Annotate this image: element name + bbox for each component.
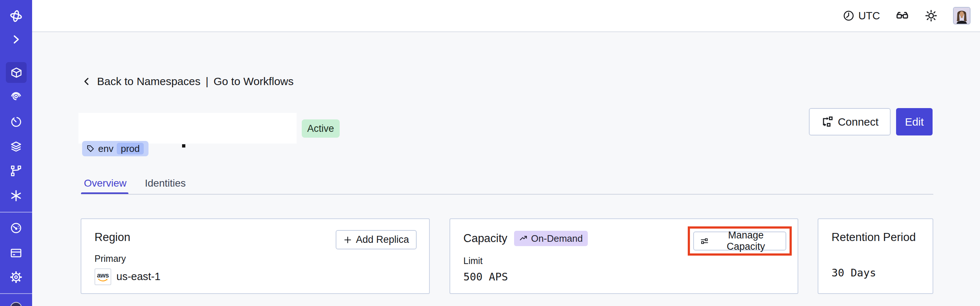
sidebar-item-workflows[interactable] [10,90,22,102]
sidebar-item-namespaces[interactable] [6,62,27,83]
retention-card-title: Retention Period [832,231,920,244]
theme-brightness-icon[interactable] [924,9,938,22]
breadcrumb-workflows-link[interactable]: Go to Workflows [213,75,294,88]
sidebar-divider [0,212,32,212]
topbar: UTC [32,0,980,32]
usage-gauge-icon [10,222,22,234]
region-value: us-east-1 [116,271,161,283]
namespaces-cube-icon [10,67,22,79]
manage-capacity-label: Manage Capacity [713,230,780,252]
aws-smile-icon [98,279,108,282]
redaction-artifact-dot [182,144,185,148]
timezone-label: UTC [858,10,880,22]
profile-avatar-partial-icon[interactable] [10,302,22,306]
connect-flow-icon [821,116,833,128]
breadcrumb: Back to Namespaces | Go to Workflows [82,75,294,88]
batch-layers-icon [10,140,22,153]
status-badge: Active [302,120,340,138]
nexus-asterisk-icon [10,190,22,202]
retention-value: 30 Days [832,266,920,279]
edit-button-label: Edit [905,116,924,128]
add-replica-button[interactable]: Add Replica [336,230,417,249]
sidebar-item-settings[interactable] [10,271,22,284]
sidebar-item-billing[interactable] [10,247,22,259]
tabs-divider-rule [81,194,933,194]
plus-icon [343,236,352,244]
sidebar-expand-chevron-icon[interactable] [11,34,21,45]
on-demand-label: On-Demand [531,233,583,244]
labs-glasses-icon[interactable] [896,9,909,22]
deployments-branch-icon [10,165,22,177]
capacity-limit-value: 500 APS [463,271,784,283]
retention-card: Retention Period 30 Days [818,218,933,294]
tag-key: env [98,143,113,155]
namespace-tag-chip: env prod [82,141,148,156]
tag-icon [86,144,95,153]
sliders-icon [700,236,709,246]
sidebar-divider-bottom [0,293,32,294]
clock-icon [843,10,854,22]
connect-button-label: Connect [838,116,878,128]
trending-up-icon [519,234,528,243]
aws-logo: aws [94,268,111,285]
back-chevron-icon[interactable] [82,76,92,86]
user-avatar[interactable] [953,7,970,24]
sidebar-item-batch-operations[interactable] [10,140,22,153]
namespace-name-redacted [78,113,297,143]
on-demand-badge: On-Demand [514,231,588,246]
sidebar-item-deployments[interactable] [10,165,22,177]
sidebar-item-usage[interactable] [10,222,22,234]
tag-value: prod [117,143,144,155]
capacity-card: Capacity On-Demand Manage Capacity Limit… [450,218,798,294]
annotation-highlight: Manage Capacity [688,226,792,256]
region-card: Region Add Replica Primary aws us-east-1 [81,218,430,294]
schedules-timer-icon [10,116,22,128]
breadcrumb-back-link[interactable]: Back to Namespaces [97,75,200,88]
breadcrumb-separator: | [205,75,208,88]
limit-label: Limit [463,256,784,266]
edit-button[interactable]: Edit [896,108,932,135]
sidebar [0,0,32,306]
temporal-logo-icon[interactable] [9,9,23,23]
primary-label: Primary [94,253,416,264]
settings-gear-icon [10,271,22,284]
workflows-spiral-icon [10,90,22,102]
sidebar-item-schedules[interactable] [10,116,22,128]
sidebar-item-nexus[interactable] [10,190,22,202]
add-replica-label: Add Replica [356,234,409,245]
timezone-selector[interactable]: UTC [843,10,880,22]
tab-identities[interactable]: Identities [145,177,186,189]
connect-button[interactable]: Connect [809,108,891,135]
capacity-card-title: Capacity [463,232,508,245]
billing-card-icon [10,247,22,259]
manage-capacity-button[interactable]: Manage Capacity [693,231,786,250]
aws-logo-text: aws [97,272,109,279]
tab-overview[interactable]: Overview [84,177,127,189]
